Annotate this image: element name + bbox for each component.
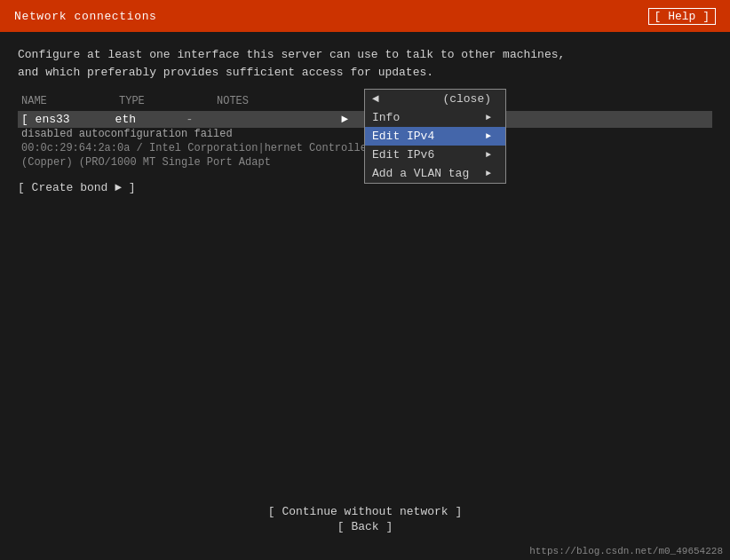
submenu-arrow-icon: ► (486, 113, 491, 122)
col-notes: NOTES (217, 95, 288, 107)
menu-edit-ipv6-label: Edit IPv6 (372, 148, 434, 162)
title-bar: Network connections [ Help ] (0, 0, 730, 32)
col-name: NAME (21, 95, 92, 107)
row-type: eth (101, 113, 172, 126)
menu-item-edit-ipv4[interactable]: Edit IPv4 ► (365, 127, 505, 146)
menu-item-add-vlan[interactable]: Add a VLAN tag ► (365, 164, 505, 183)
row-arrow: ► (341, 113, 348, 126)
col-type: TYPE (119, 95, 190, 107)
row-notes: - (172, 113, 193, 126)
submenu-arrow-icon: ► (486, 150, 491, 160)
description: Configure at least one interface this se… (18, 46, 622, 81)
row-name: [ ens33 (21, 113, 101, 126)
sub-info-line3: (Copper) (PRO/1000 MT Single Port Adapt (18, 156, 391, 169)
back-arrow-icon: ◄ (372, 92, 379, 106)
menu-info-label: Info (372, 111, 400, 124)
menu-add-vlan-label: Add a VLAN tag (372, 167, 469, 180)
sub-info-line2: 00:0c:29:64:2a:0a / Intel Corporation|he… (18, 142, 391, 154)
submenu-arrow-icon: ► (486, 131, 491, 141)
menu-edit-ipv4-label: Edit IPv4 (372, 130, 434, 143)
menu-item-edit-ipv6[interactable]: Edit IPv6 ► (365, 146, 505, 164)
watermark: https://blog.csdn.net/m0_49654228 (529, 546, 723, 556)
menu-item-info[interactable]: Info ► (365, 108, 505, 127)
footer: [ Continue without network ] [ Back ] (0, 505, 730, 533)
context-menu: ◄ (close) Info ► Edit IPv4 ► Edit IPv6 ►… (364, 89, 506, 184)
help-button[interactable]: [ Help ] (648, 8, 716, 25)
description-line1: Configure at least one interface this se… (18, 46, 622, 64)
submenu-arrow-icon: ► (486, 169, 491, 178)
menu-close-label: (close) (442, 92, 491, 106)
back-button[interactable]: [ Back ] (0, 520, 730, 533)
description-line2: and which preferably provides sufficient… (18, 64, 622, 82)
app-title: Network connections (14, 10, 157, 23)
continue-without-network-button[interactable]: [ Continue without network ] (0, 505, 730, 518)
menu-item-close[interactable]: ◄ (close) (365, 90, 505, 108)
